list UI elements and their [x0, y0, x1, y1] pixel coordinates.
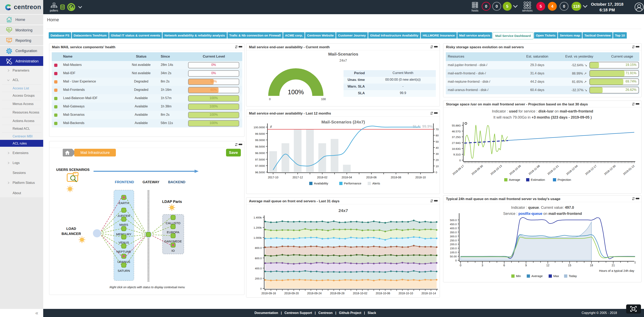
- svg-text:2018-09-17: 2018-09-17: [452, 164, 465, 176]
- svg-text:2018-08: 2018-08: [391, 176, 401, 179]
- svg-text:2018-09-30: 2018-09-30: [471, 164, 484, 176]
- svg-text:200.0: 200.0: [450, 243, 457, 246]
- svg-text:2018-09-20: 2018-09-20: [284, 292, 299, 295]
- svg-text:300.0: 300.0: [450, 235, 457, 238]
- svg-text:Min: Min: [516, 274, 521, 278]
- svg-text:400.0: 400.0: [450, 227, 457, 230]
- svg-text:0: 0: [460, 264, 462, 267]
- svg-text:GANYMEDE: GANYMEDE: [164, 240, 182, 243]
- svg-text:2018-10: 2018-10: [415, 176, 426, 179]
- svg-text:Max: Max: [553, 274, 559, 278]
- svg-text:500.0: 500.0: [450, 219, 457, 222]
- svg-text:2018-10-13: 2018-10-13: [490, 164, 502, 176]
- svg-text:200.0: 200.0: [255, 277, 262, 280]
- svg-text:Average: Average: [509, 178, 520, 181]
- svg-text:2018-12-30: 2018-12-30: [604, 164, 616, 176]
- svg-text:0: 0: [260, 287, 262, 290]
- svg-text:2018-10-06: 2018-10-06: [376, 292, 390, 295]
- svg-text:50: 50: [436, 140, 439, 143]
- svg-text:9: 9: [525, 264, 527, 267]
- svg-text:600.0: 600.0: [255, 257, 262, 260]
- svg-text:3: 3: [482, 264, 483, 267]
- svg-text:2018-10-14: 2018-10-14: [422, 292, 436, 295]
- svg-text:0: 0: [459, 159, 461, 162]
- svg-text:2018-12-17: 2018-12-17: [584, 164, 597, 176]
- svg-text:1.200k: 1.200k: [254, 226, 262, 229]
- svg-text:150.0: 150.0: [450, 247, 457, 250]
- svg-text:2018-09-28: 2018-09-28: [330, 292, 344, 295]
- svg-text:9.31G: 9.31G: [453, 153, 461, 156]
- svg-text:2019-01-12: 2019-01-12: [622, 164, 635, 176]
- svg-text:Alerts: Alerts: [372, 182, 380, 185]
- svg-text:1.000k: 1.000k: [254, 236, 262, 239]
- svg-text:70: 70: [436, 128, 439, 131]
- svg-text:450.0: 450.0: [450, 223, 457, 226]
- svg-text:1.400k: 1.400k: [254, 216, 262, 219]
- svg-text:99.0000: 99.0000: [255, 139, 265, 142]
- svg-text:%: %: [270, 125, 272, 128]
- svg-text:10: 10: [436, 165, 439, 168]
- svg-text:IO: IO: [172, 249, 175, 252]
- svg-text:6: 6: [504, 264, 505, 267]
- svg-text:Today: Today: [569, 274, 577, 278]
- svg-text:800.0: 800.0: [255, 247, 262, 250]
- svg-text:2018-09-16: 2018-09-16: [261, 292, 276, 295]
- svg-text:20: 20: [436, 158, 439, 162]
- svg-text:0: 0: [436, 171, 437, 174]
- svg-text:97.0000: 97.0000: [255, 164, 265, 167]
- svg-text:2018-02: 2018-02: [317, 176, 328, 179]
- svg-text:18.63G: 18.63G: [452, 147, 461, 150]
- svg-text:55.88G: 55.88G: [452, 124, 461, 127]
- svg-text:46.57G: 46.57G: [452, 130, 461, 133]
- svg-text:2018-10-10: 2018-10-10: [398, 292, 413, 295]
- svg-text:100.0000: 100.0000: [254, 126, 265, 129]
- svg-text:350.0: 350.0: [450, 231, 457, 234]
- svg-text:18: 18: [590, 264, 593, 267]
- svg-text:99.5000: 99.5000: [255, 132, 265, 135]
- svg-text:0: 0: [455, 259, 457, 262]
- svg-text:2018-10-26: 2018-10-26: [509, 164, 522, 176]
- svg-text:Projection: Projection: [558, 178, 571, 181]
- svg-text:NEPTUNE: NEPTUNE: [116, 250, 131, 253]
- svg-text:2018-11-21: 2018-11-21: [547, 164, 560, 176]
- svg-text:250.0: 250.0: [450, 239, 457, 242]
- svg-text:EARTH: EARTH: [119, 201, 129, 205]
- svg-text:Availability: Availability: [314, 182, 328, 185]
- svg-text:Hours of a typical 24h day: Hours of a typical 24h day: [599, 269, 634, 272]
- svg-text:2018-06: 2018-06: [366, 176, 377, 179]
- svg-text:98.5000: 98.5000: [255, 145, 265, 148]
- svg-text:12: 12: [546, 264, 550, 267]
- svg-text:2017-10: 2017-10: [268, 176, 278, 179]
- svg-text:27.94G: 27.94G: [452, 141, 461, 145]
- svg-text:98.0000: 98.0000: [255, 152, 265, 155]
- svg-text:2017-12: 2017-12: [292, 176, 303, 179]
- svg-text:2018-12-04: 2018-12-04: [566, 164, 578, 176]
- svg-text:60: 60: [436, 134, 439, 137]
- svg-text:37.25G: 37.25G: [452, 136, 461, 139]
- svg-text:50.00: 50.00: [450, 255, 457, 258]
- svg-text:2018-09-24: 2018-09-24: [307, 292, 322, 295]
- svg-text:MARS: MARS: [119, 223, 128, 226]
- svg-text:100.0: 100.0: [450, 251, 457, 254]
- svg-text:40: 40: [436, 146, 439, 149]
- svg-text:2018-10-02: 2018-10-02: [353, 292, 368, 295]
- svg-text:2018-04: 2018-04: [342, 176, 352, 179]
- svg-text:30: 30: [436, 152, 439, 155]
- svg-text:SLA: 99.9%: SLA: 99.9%: [413, 124, 432, 128]
- svg-text:SATURN: SATURN: [118, 269, 130, 272]
- svg-text:Estimation: Estimation: [531, 178, 545, 181]
- svg-text:96.5000: 96.5000: [255, 171, 265, 174]
- svg-text:2018-11-08: 2018-11-08: [528, 164, 540, 176]
- svg-text:Average: Average: [532, 274, 543, 278]
- svg-text:15: 15: [568, 264, 571, 267]
- svg-text:Performance: Performance: [344, 182, 361, 185]
- svg-text:21: 21: [612, 264, 615, 267]
- svg-text:97.5000: 97.5000: [255, 158, 265, 161]
- svg-text:400.0: 400.0: [255, 267, 262, 270]
